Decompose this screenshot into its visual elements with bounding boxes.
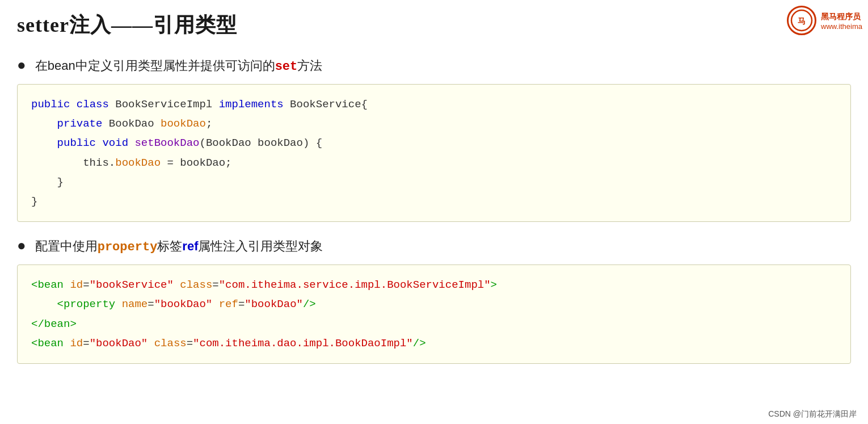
- bullet-text-1: 在bean中定义引用类型属性并提供可访问的set方法: [35, 56, 323, 76]
- xml-line-3: </bean>: [31, 314, 837, 334]
- java-line-7: }: [31, 192, 837, 211]
- logo-subtitle: www.itheima: [821, 22, 862, 31]
- footer-credit: CSDN @门前花开满田岸: [768, 409, 857, 419]
- xml-line-2: <property name="bookDao" ref="bookDao"/>: [31, 295, 837, 314]
- java-code-block: public class BookServiceImpl implements …: [17, 84, 851, 222]
- svg-text:马: 马: [798, 16, 806, 26]
- logo-icon: 马: [787, 6, 816, 35]
- xml-line-5: <bean id="bookDao" class="com.itheima.da…: [31, 334, 837, 353]
- bullet-dot-2: ●: [17, 237, 26, 254]
- java-line-4: public void setBookDao(BookDao bookDao) …: [31, 133, 837, 153]
- xml-code-block: <bean id="bookService" class="com.itheim…: [17, 265, 851, 364]
- java-line-5: this.bookDao = bookDao;: [31, 153, 837, 173]
- page-container: 马 黑马程序员 www.itheima setter注入——引用类型 ● 在be…: [0, 0, 868, 424]
- xml-line-1: <bean id="bookService" class="com.itheim…: [31, 275, 837, 295]
- highlight-ref: ref: [182, 239, 198, 253]
- page-title: setter注入——引用类型: [17, 11, 851, 39]
- java-line-1: public class BookServiceImpl implements …: [31, 95, 837, 114]
- bullet-item-1: ● 在bean中定义引用类型属性并提供可访问的set方法: [17, 55, 851, 76]
- logo-title: 黑马程序员: [821, 12, 862, 22]
- highlight-property: property: [98, 240, 158, 254]
- bullet-text-2: 配置中使用property标签ref属性注入引用类型对象: [35, 237, 323, 257]
- java-line-2: private BookDao bookDao;: [31, 114, 837, 133]
- logo-area: 马 黑马程序员 www.itheima: [787, 6, 862, 36]
- bullet-dot-1: ●: [17, 56, 26, 74]
- java-line-6: }: [31, 173, 837, 192]
- highlight-set: set: [275, 60, 298, 74]
- bullet-item-2: ● 配置中使用property标签ref属性注入引用类型对象: [17, 236, 851, 257]
